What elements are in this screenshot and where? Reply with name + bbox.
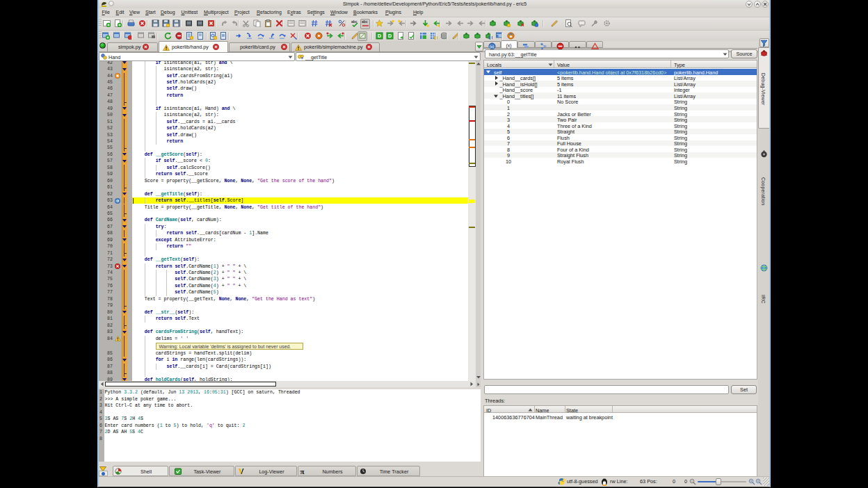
svg-text:D: D — [388, 33, 392, 38]
svg-text:π: π — [300, 468, 305, 475]
svg-text:abc: abc — [351, 19, 357, 24]
svg-text:D: D — [378, 33, 381, 38]
svg-text:(x): (x) — [490, 44, 495, 49]
svg-text:(x): (x) — [506, 43, 511, 49]
svg-text:abc: abc — [362, 19, 368, 24]
